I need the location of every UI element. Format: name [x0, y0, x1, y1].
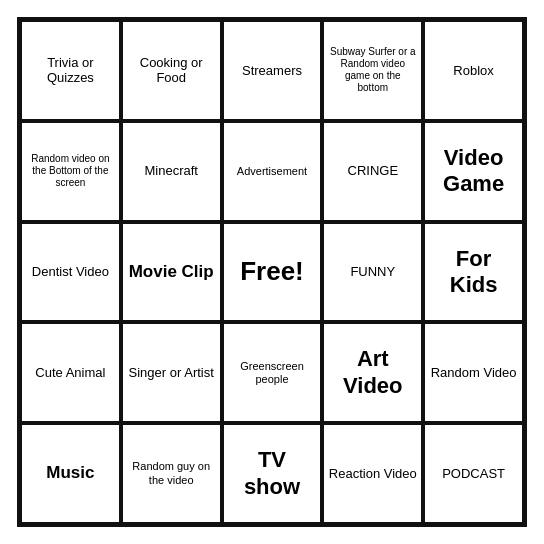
bingo-cell-r1c0: Random video on the Bottom of the screen [20, 121, 121, 222]
bingo-cell-r3c1: Singer or Artist [121, 322, 222, 423]
bingo-cell-r4c4: PODCAST [423, 423, 524, 524]
bingo-cell-r0c4: Roblox [423, 20, 524, 121]
bingo-cell-r3c3: Art Video [322, 322, 423, 423]
bingo-cell-r0c3: Subway Surfer or a Random video game on … [322, 20, 423, 121]
bingo-cell-r2c1: Movie Clip [121, 222, 222, 323]
bingo-cell-r4c0: Music [20, 423, 121, 524]
bingo-cell-r1c1: Minecraft [121, 121, 222, 222]
bingo-cell-r2c2: Free! [222, 222, 323, 323]
bingo-cell-r4c3: Reaction Video [322, 423, 423, 524]
bingo-cell-r2c3: FUNNY [322, 222, 423, 323]
bingo-cell-r0c2: Streamers [222, 20, 323, 121]
bingo-cell-r4c1: Random guy on the video [121, 423, 222, 524]
bingo-cell-r0c1: Cooking or Food [121, 20, 222, 121]
bingo-board: Trivia or QuizzesCooking or FoodStreamer… [17, 17, 527, 527]
bingo-cell-r0c0: Trivia or Quizzes [20, 20, 121, 121]
bingo-cell-r1c2: Advertisement [222, 121, 323, 222]
bingo-cell-r4c2: TV show [222, 423, 323, 524]
bingo-cell-r1c3: CRINGE [322, 121, 423, 222]
bingo-cell-r3c2: Greenscreen people [222, 322, 323, 423]
bingo-cell-r3c0: Cute Animal [20, 322, 121, 423]
bingo-cell-r1c4: Video Game [423, 121, 524, 222]
bingo-cell-r2c4: For Kids [423, 222, 524, 323]
bingo-cell-r3c4: Random Video [423, 322, 524, 423]
bingo-cell-r2c0: Dentist Video [20, 222, 121, 323]
